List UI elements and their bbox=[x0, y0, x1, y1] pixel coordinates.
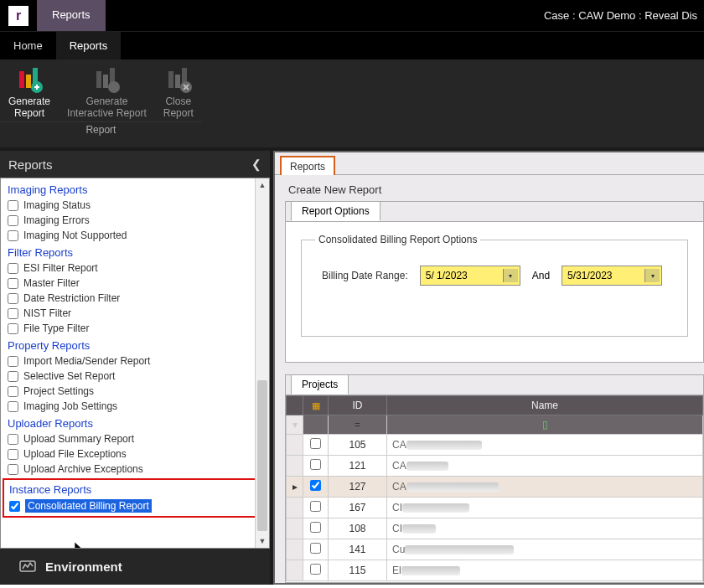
row-select-checkbox[interactable] bbox=[310, 480, 321, 491]
row-select-checkbox[interactable] bbox=[310, 522, 321, 533]
filter-id[interactable]: = bbox=[329, 415, 387, 435]
report-item-checkbox[interactable] bbox=[8, 230, 18, 241]
filter-sel[interactable] bbox=[303, 415, 329, 435]
row-select-checkbox[interactable] bbox=[310, 564, 321, 575]
report-item-checkbox[interactable] bbox=[8, 278, 18, 289]
row-select-cell[interactable] bbox=[303, 456, 329, 477]
tab-report-options[interactable]: Report Options bbox=[291, 201, 380, 221]
nav-item-home[interactable]: Home bbox=[0, 32, 56, 59]
col-id[interactable]: ID bbox=[329, 396, 387, 415]
collapse-left-panel-icon[interactable]: ❮ bbox=[251, 157, 261, 171]
report-item[interactable]: NIST Filter bbox=[6, 306, 266, 321]
scroll-down-icon[interactable]: ▼ bbox=[256, 534, 269, 548]
table-row[interactable]: 115El bbox=[287, 560, 703, 581]
nav-bar: Home Reports bbox=[0, 31, 704, 59]
report-item-checkbox[interactable] bbox=[8, 371, 18, 382]
environment-bar[interactable]: Environment bbox=[0, 549, 270, 585]
cell-name: CA bbox=[387, 456, 703, 477]
report-item-checkbox[interactable] bbox=[8, 434, 18, 445]
row-select-cell[interactable] bbox=[303, 560, 329, 581]
report-item-checkbox[interactable] bbox=[8, 464, 18, 475]
report-item-checkbox[interactable] bbox=[8, 449, 18, 460]
tab-reports[interactable]: Reports bbox=[280, 156, 335, 175]
calendar-dropdown-icon[interactable]: ▾ bbox=[644, 269, 660, 282]
report-item-checkbox[interactable] bbox=[9, 501, 20, 512]
report-item-checkbox[interactable] bbox=[8, 323, 18, 334]
row-select-cell[interactable] bbox=[303, 498, 329, 518]
cell-id: 115 bbox=[329, 560, 387, 581]
table-row[interactable]: 108CI bbox=[287, 518, 703, 539]
scroll-up-icon[interactable]: ▲ bbox=[256, 178, 269, 192]
table-row[interactable]: ▸127CA bbox=[287, 477, 703, 498]
select-all-icon: ▦ bbox=[312, 400, 320, 410]
case-label: Case : CAW Demo : Reveal Dis bbox=[544, 9, 704, 22]
row-select-cell[interactable] bbox=[303, 477, 329, 498]
date-from-input[interactable]: 5/ 1/2023 ▾ bbox=[420, 266, 520, 286]
report-item-checkbox[interactable] bbox=[8, 308, 18, 319]
mouse-cursor-icon bbox=[75, 542, 88, 549]
report-add-icon bbox=[14, 64, 44, 95]
row-select-checkbox[interactable] bbox=[310, 438, 321, 449]
section-title[interactable]: Instance Reports bbox=[4, 480, 266, 498]
select-all-header[interactable]: ▦ bbox=[303, 396, 329, 415]
table-row[interactable]: 105CA bbox=[287, 435, 703, 456]
scrollbar[interactable]: ▲ ▼ bbox=[255, 178, 269, 548]
report-item[interactable]: Date Restriction Filter bbox=[6, 291, 266, 306]
report-item-consolidated-billing[interactable]: Consolidated Billing Report bbox=[4, 498, 266, 514]
report-item[interactable]: Imaging Job Settings bbox=[6, 399, 266, 414]
date-to-input[interactable]: 5/31/2023 ▾ bbox=[562, 266, 662, 286]
calendar-dropdown-icon[interactable]: ▾ bbox=[503, 269, 518, 282]
row-select-checkbox[interactable] bbox=[310, 501, 321, 512]
nav-item-reports[interactable]: Reports bbox=[56, 32, 122, 59]
report-item[interactable]: Imaging Errors bbox=[6, 213, 266, 228]
report-item[interactable]: Imaging Status bbox=[6, 198, 266, 213]
tab-projects[interactable]: Projects bbox=[291, 374, 349, 395]
report-item-checkbox[interactable] bbox=[8, 356, 18, 367]
report-item[interactable]: Project Settings bbox=[6, 384, 266, 399]
report-item[interactable]: Upload Archive Exceptions bbox=[6, 462, 266, 477]
section-title[interactable]: Uploader Reports bbox=[6, 414, 266, 431]
right-panel: Reports Create New Report Report Options… bbox=[273, 151, 704, 585]
table-row[interactable]: 167CI bbox=[287, 498, 703, 518]
report-item[interactable]: File Type Filter bbox=[6, 321, 266, 336]
cell-id: 121 bbox=[329, 456, 387, 477]
report-item-checkbox[interactable] bbox=[8, 200, 18, 211]
scroll-thumb[interactable] bbox=[257, 380, 267, 531]
report-item-checkbox[interactable] bbox=[8, 293, 18, 304]
report-item-label: NIST Filter bbox=[23, 307, 71, 319]
section-title[interactable]: Imaging Reports bbox=[6, 180, 266, 198]
report-item[interactable]: Master Filter bbox=[6, 276, 266, 291]
cell-name: CA bbox=[387, 435, 703, 456]
report-item[interactable]: Selective Set Report bbox=[6, 369, 266, 384]
generate-report-button[interactable]: Generate Report bbox=[0, 59, 59, 121]
report-item-checkbox[interactable] bbox=[8, 263, 18, 274]
report-item-checkbox[interactable] bbox=[8, 401, 18, 412]
report-item[interactable]: ESI Filter Report bbox=[6, 260, 266, 276]
generate-interactive-report-button[interactable]: Generate Interactive Report bbox=[59, 59, 155, 121]
table-row[interactable]: 141Cu bbox=[287, 539, 703, 560]
row-select-checkbox[interactable] bbox=[310, 459, 321, 470]
row-select-cell[interactable] bbox=[303, 518, 329, 539]
row-select-checkbox[interactable] bbox=[310, 543, 321, 554]
ribbon-group-label: Report bbox=[0, 121, 202, 139]
cell-name: El bbox=[387, 560, 703, 581]
report-item[interactable]: Import Media/Sender Report bbox=[6, 353, 266, 369]
row-indicator: ▸ bbox=[287, 477, 303, 498]
report-item[interactable]: Upload Summary Report bbox=[6, 431, 266, 446]
cell-name: CI bbox=[387, 498, 703, 518]
table-row[interactable]: 121CA bbox=[287, 456, 703, 477]
report-item[interactable]: Upload File Exceptions bbox=[6, 446, 266, 462]
ribbon-btn-label: Close bbox=[165, 96, 191, 108]
titlebar-tab-reports[interactable]: Reports bbox=[37, 0, 106, 31]
row-select-cell[interactable] bbox=[303, 539, 329, 560]
row-select-cell[interactable] bbox=[303, 435, 329, 456]
section-title[interactable]: Property Reports bbox=[6, 336, 266, 353]
date-from-value: 5/ 1/2023 bbox=[426, 270, 468, 281]
report-item-checkbox[interactable] bbox=[8, 215, 18, 226]
report-item[interactable]: Imaging Not Supported bbox=[6, 228, 266, 243]
section-title[interactable]: Filter Reports bbox=[6, 243, 266, 260]
col-name[interactable]: Name bbox=[387, 396, 703, 415]
close-report-button[interactable]: Close Report bbox=[155, 59, 202, 121]
filter-name[interactable]: ▯ bbox=[387, 415, 703, 435]
report-item-checkbox[interactable] bbox=[8, 386, 18, 397]
